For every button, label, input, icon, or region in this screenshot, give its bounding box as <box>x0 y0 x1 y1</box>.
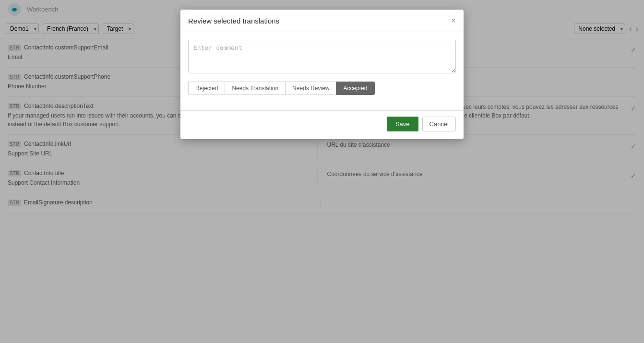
save-button[interactable]: Save <box>387 117 418 131</box>
modal-footer: Save Cancel <box>180 117 464 139</box>
comment-textarea[interactable] <box>188 40 456 73</box>
status-needs-translation-button[interactable]: Needs Translation <box>225 82 285 95</box>
status-rejected-button[interactable]: Rejected <box>188 82 225 95</box>
modal-body: Rejected Needs Translation Needs Review … <box>180 32 464 103</box>
modal-overlay: Review selected translations × Rejected … <box>0 0 644 343</box>
modal-title: Review selected translations <box>188 17 279 25</box>
review-modal: Review selected translations × Rejected … <box>180 10 464 139</box>
status-needs-review-button[interactable]: Needs Review <box>285 82 336 95</box>
modal-divider <box>180 110 464 111</box>
status-accepted-button[interactable]: Accepted <box>336 82 374 95</box>
status-buttons-group: Rejected Needs Translation Needs Review … <box>188 82 456 95</box>
cancel-button[interactable]: Cancel <box>422 117 456 131</box>
close-button[interactable]: × <box>451 16 456 25</box>
modal-header: Review selected translations × <box>180 10 464 32</box>
